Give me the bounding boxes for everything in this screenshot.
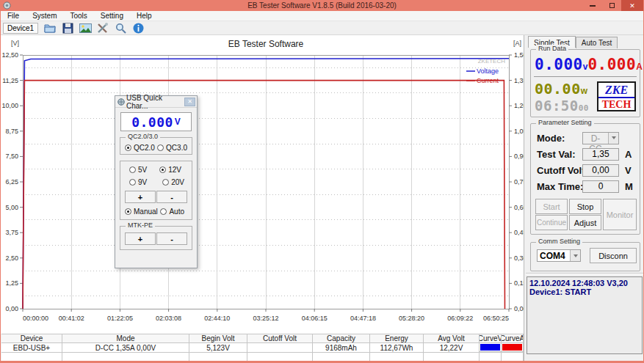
cell-energy[interactable]: 112,67Wh <box>370 342 424 353</box>
radio-qc20[interactable]: QC2.0 <box>125 144 155 152</box>
dialog-close-button[interactable]: ✕ <box>184 98 195 106</box>
radio-qc30[interactable]: QC3.0 <box>157 144 187 152</box>
logo-zke: ZKE <box>598 83 634 98</box>
svg-text:8,75: 8,75 <box>5 128 18 135</box>
svg-text:03:25:12: 03:25:12 <box>253 315 278 322</box>
chevron-down-icon <box>574 254 578 257</box>
radio-5v[interactable]: 5V <box>129 166 147 174</box>
start-button[interactable]: Start <box>535 199 568 214</box>
svg-text:00:00:00: 00:00:00 <box>23 315 48 322</box>
svg-text:02:03:08: 02:03:08 <box>156 315 181 322</box>
max-time-input[interactable] <box>582 180 619 193</box>
radio-manual[interactable]: Manual <box>125 208 158 216</box>
svg-text:10,00: 10,00 <box>1 102 18 109</box>
test-val-input[interactable] <box>582 148 619 161</box>
svg-text:6,25: 6,25 <box>5 178 18 186</box>
cutoff-volt-unit: V <box>625 165 632 176</box>
cell-begin-volt[interactable]: 5,123V <box>189 342 247 353</box>
radio-qc30-label: QC3.0 <box>166 144 187 152</box>
open-file-button[interactable] <box>42 22 58 34</box>
svg-text:0,60: 0,60 <box>514 204 524 211</box>
run-data-divider <box>534 76 637 77</box>
disconnect-button[interactable]: Disconn <box>590 248 637 263</box>
menu-tools[interactable]: Tools <box>63 12 93 20</box>
right-panel: Single Test Auto Test Run Data 0.000v 0.… <box>524 35 644 363</box>
radio-dot-icon <box>125 144 131 151</box>
radio-9v[interactable]: 9V <box>129 178 147 186</box>
svg-text:00:41:02: 00:41:02 <box>59 315 84 322</box>
restore-icon <box>609 3 615 8</box>
parameter-setting-label: Parameter Setting <box>536 119 594 126</box>
titlebar: EB Tester Software V1.8.5 (Build 2016-03… <box>1 0 643 11</box>
cell-mode[interactable]: D-CC 1,35A 0,00V <box>62 342 189 353</box>
svg-text:0,00: 0,00 <box>514 305 524 312</box>
cell-avg-volt[interactable]: 12,22V <box>424 342 480 353</box>
svg-text:5,00: 5,00 <box>5 204 18 211</box>
save-icon <box>62 23 73 34</box>
svg-text:0,00: 0,00 <box>5 305 18 312</box>
com-port-select[interactable]: COM4 <box>537 249 581 262</box>
menu-help[interactable]: Help <box>130 12 159 20</box>
event-log[interactable]: 12.10.2024 12:48:03 V3,20 Device1: START <box>527 276 643 354</box>
radio-dot-icon <box>129 179 136 186</box>
svg-text:1,35: 1,35 <box>514 77 524 84</box>
wrench-icon <box>97 23 109 34</box>
minimize-icon <box>590 5 596 7</box>
svg-text:[A]: [A] <box>513 40 521 47</box>
curve-v-swatch[interactable] <box>480 342 502 352</box>
qc-voltage-display: 0.000 V <box>120 112 192 131</box>
com-port-dropdown-arrow[interactable] <box>570 250 580 261</box>
mtk-minus-button[interactable]: - <box>156 232 187 245</box>
menu-setting[interactable]: Setting <box>94 12 130 20</box>
settings-tools-button[interactable] <box>95 22 111 34</box>
curve-v-color <box>480 344 500 351</box>
svg-text:06:50:25: 06:50:25 <box>483 315 509 322</box>
export-image-button[interactable] <box>77 22 93 34</box>
restore-button[interactable] <box>602 0 621 11</box>
curve-a-swatch[interactable] <box>502 342 524 352</box>
menu-file[interactable]: File <box>1 12 26 20</box>
mode-dropdown-arrow[interactable] <box>608 133 618 144</box>
close-button[interactable]: ✕ <box>621 0 643 11</box>
continue-button[interactable]: Continue <box>535 215 568 230</box>
empty-row-cell <box>1 352 62 362</box>
minimize-button[interactable] <box>583 0 602 11</box>
magnifier-icon <box>115 23 126 34</box>
panel-divider <box>526 273 643 274</box>
info-button[interactable] <box>130 22 146 34</box>
adjust-button[interactable]: Adjust <box>569 215 601 230</box>
radio-20v-label: 20V <box>171 178 184 186</box>
cell-capacity[interactable]: 9168mAh <box>313 342 370 353</box>
qc-plus-button[interactable]: + <box>125 191 156 203</box>
svg-text:0,45: 0,45 <box>514 229 524 236</box>
svg-text:1,50: 1,50 <box>514 51 524 59</box>
qc-minus-button[interactable]: - <box>156 191 187 203</box>
mode-select[interactable]: D-CC <box>582 132 619 144</box>
dialog-icon <box>117 98 125 106</box>
radio-auto[interactable]: Auto <box>160 208 184 216</box>
comm-setting-label: Comm Setting <box>536 238 582 245</box>
mtk-plus-button[interactable]: + <box>125 232 156 245</box>
close-icon: ✕ <box>187 98 192 105</box>
app-window: EB Tester Software V1.8.5 (Build 2016-03… <box>0 0 644 363</box>
device1-button[interactable]: Device1 <box>3 23 38 34</box>
monitor-button[interactable]: Monitor <box>603 199 637 230</box>
radio-12v[interactable]: 12V <box>159 166 181 174</box>
cell-device[interactable]: EBD-USB+ <box>1 342 62 353</box>
current-readout: 0.000 <box>587 56 636 73</box>
zoom-button[interactable] <box>112 22 129 34</box>
tab-auto-test[interactable]: Auto Test <box>576 37 618 48</box>
stop-button[interactable]: Stop <box>569 199 601 214</box>
svg-text:01:22:05: 01:22:05 <box>107 315 133 322</box>
svg-text:0,15: 0,15 <box>514 279 524 287</box>
radio-20v[interactable]: 20V <box>162 178 184 186</box>
cell-cutoff-volt[interactable] <box>247 342 313 353</box>
cutoff-volt-input[interactable] <box>582 164 619 177</box>
results-table: Device Mode Begin Volt Cutoff Volt Capac… <box>1 334 524 362</box>
menu-system[interactable]: System <box>26 12 63 20</box>
zketech-logo: ZKE TECH <box>597 81 636 111</box>
dialog-titlebar[interactable]: USB Quick Char... ✕ <box>115 96 197 108</box>
qc-voltage-select-group: 5V 12V 9V 20V + - Manual Auto <box>120 161 192 220</box>
voltage-readout: 0.000 <box>535 56 583 73</box>
save-button[interactable] <box>59 22 76 34</box>
